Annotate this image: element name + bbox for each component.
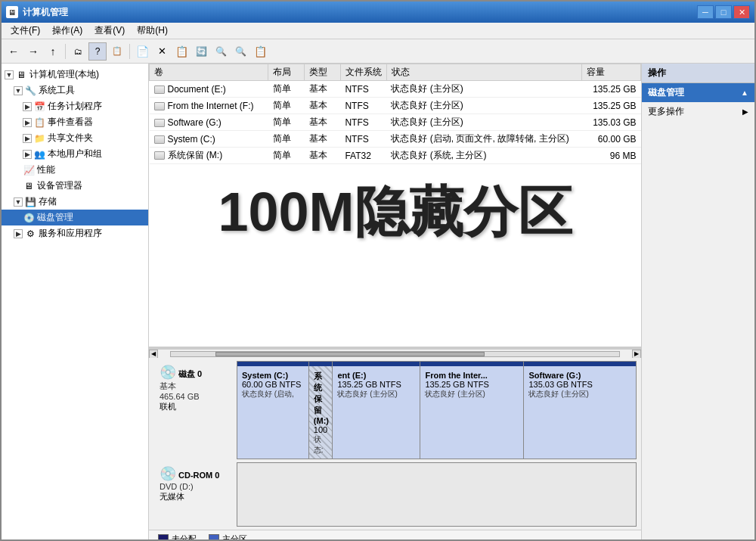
sidebar-root-label: 计算机管理(本地)	[29, 68, 99, 81]
filter-button[interactable]: 🔍	[231, 42, 249, 61]
sidebar-item-device-manager[interactable]: 🖥 设备管理器	[2, 178, 148, 194]
operations-header: 操作	[642, 64, 754, 83]
local-users-toggle[interactable]: ▶	[23, 150, 32, 159]
table-row[interactable]: System (C:) 简单 基本 NTFS 状态良好 (启动, 页面文件, 故…	[150, 131, 641, 148]
system-tools-toggle[interactable]: ▼	[14, 86, 23, 95]
scroll-right-button[interactable]: ▶	[632, 350, 641, 359]
partition-software-g-name: Software (G:)	[528, 371, 631, 380]
partition-document-e[interactable]: ent (E:) 135.25 GB NTFS 状态良好 (主分区)	[333, 362, 420, 459]
sidebar-item-storage[interactable]: ▼ 💾 存储	[2, 194, 148, 210]
help-button[interactable]: ?	[88, 42, 107, 61]
minimize-button[interactable]: ─	[697, 5, 714, 19]
sidebar-item-label: 服务和应用程序	[39, 227, 102, 240]
sidebar-item-disk-management[interactable]: 💿 磁盘管理	[2, 210, 148, 225]
partition-reserved[interactable]: 系统保留 (M:) 100 状态:	[309, 362, 333, 459]
ops-more-arrow: ▶	[742, 107, 748, 116]
table-row[interactable]: Document (E:) 简单 基本 NTFS 状态良好 (主分区) 135.…	[150, 81, 641, 98]
table-row[interactable]: Software (G:) 简单 基本 NTFS 状态良好 (主分区) 135.…	[150, 114, 641, 131]
col-type[interactable]: 类型	[305, 64, 341, 81]
operations-disk-management[interactable]: 磁盘管理 ▲	[642, 83, 754, 102]
scrollbar-thumb[interactable]	[215, 352, 485, 356]
window-icon: 🖥	[6, 6, 18, 18]
partition-internet-f-size: 135.25 GB NTFS	[425, 380, 519, 389]
root-toggle[interactable]: ▼	[5, 70, 14, 79]
sidebar-root[interactable]: ▼ 🖥 计算机管理(本地)	[2, 67, 148, 82]
table-cell-status: 状态良好 (主分区)	[386, 114, 581, 131]
table-cell-fs: FAT32	[340, 148, 386, 164]
sidebar-item-local-users[interactable]: ▶ 👥 本地用户和组	[2, 146, 148, 162]
titlebar: 🖥 计算机管理 ─ □ ✕	[2, 2, 754, 23]
table-cell-type: 基本	[305, 148, 341, 164]
col-size[interactable]: 容量	[581, 64, 640, 81]
table-row[interactable]: 系统保留 (M:) 简单 基本 FAT32 状态良好 (系统, 主分区) 96 …	[150, 148, 641, 164]
operations-panel: 操作 磁盘管理 ▲ 更多操作 ▶	[641, 64, 754, 539]
table-cell-layout: 简单	[268, 148, 305, 164]
view-button[interactable]: 📋	[108, 42, 126, 61]
table-cell-size: 60.00 GB	[581, 131, 640, 148]
menu-view[interactable]: 查看(V)	[88, 23, 131, 39]
export-button[interactable]: 🔍	[212, 42, 230, 61]
table-cell-fs: NTFS	[340, 81, 386, 98]
right-panel: 100M隐藏分区 卷 布局 类型 文件系统 状态 容量	[149, 64, 641, 539]
menu-help[interactable]: 帮助(H)	[131, 23, 174, 39]
partition-document-e-size: 135.25 GB NTFS	[337, 380, 415, 389]
forward-button[interactable]: →	[24, 42, 42, 61]
up-button[interactable]: ↑	[44, 42, 62, 61]
shared-folders-toggle[interactable]: ▶	[23, 134, 32, 143]
col-fs[interactable]: 文件系统	[340, 64, 386, 81]
partition-system-c[interactable]: System (C:) 60.00 GB NTFS 状态良好 (启动,	[237, 362, 309, 459]
menu-file[interactable]: 文件(F)	[5, 23, 46, 39]
extra-button[interactable]: 📋	[251, 42, 269, 61]
system-tools-icon: 🔧	[24, 85, 36, 97]
partition-internet-f[interactable]: From the Inter... 135.25 GB NTFS 状态良好 (主…	[420, 362, 524, 459]
sidebar-item-system-tools[interactable]: ▼ 🔧 系统工具	[2, 82, 148, 98]
sidebar-item-shared-folders[interactable]: ▶ 📁 共享文件夹	[2, 130, 148, 146]
partition-document-e-status: 状态良好 (主分区)	[337, 389, 415, 400]
partition-reserved-status: 状态:	[314, 434, 328, 455]
scrollbar-track[interactable]	[170, 351, 620, 357]
maximize-button[interactable]: □	[715, 5, 732, 19]
cdrom-0-name: 💿 CD-ROM 0	[160, 465, 231, 482]
sidebar-item-event-viewer[interactable]: ▶ 📋 事件查看器	[2, 114, 148, 130]
col-layout[interactable]: 布局	[268, 64, 305, 81]
scroll-left-button[interactable]: ◀	[149, 350, 158, 359]
legend-unallocated-label: 未分配	[172, 533, 197, 539]
horizontal-scrollbar[interactable]: ◀ ▶	[149, 349, 641, 358]
services-toggle[interactable]: ▶	[14, 229, 23, 238]
device-icon: 🖥	[23, 180, 35, 192]
show-hide-tree-button[interactable]: 🗂	[69, 42, 87, 61]
new-button[interactable]: 📄	[133, 42, 151, 61]
col-status[interactable]: 状态	[386, 64, 581, 81]
toolbar-separator-2	[129, 44, 130, 59]
task-icon: 📅	[33, 101, 45, 113]
sidebar-item-performance[interactable]: 📈 性能	[2, 162, 148, 178]
event-viewer-toggle[interactable]: ▶	[23, 118, 32, 127]
sidebar-item-label: 设备管理器	[37, 179, 82, 192]
delete-button[interactable]: ✕	[153, 42, 171, 61]
table-cell-fs: NTFS	[340, 98, 386, 114]
close-button[interactable]: ✕	[733, 5, 750, 19]
main-content: ▼ 🖥 计算机管理(本地) ▼ 🔧 系统工具 ▶ 📅 任务计划程序 ▶ 📋	[2, 64, 754, 539]
back-button[interactable]: ←	[5, 42, 23, 61]
partition-system-c-size: 60.00 GB NTFS	[242, 380, 304, 389]
col-volume[interactable]: 卷	[150, 64, 268, 81]
partition-software-g[interactable]: Software (G:) 135.03 GB NTFS 状态良好 (主分区)	[524, 362, 636, 459]
table-cell-layout: 简单	[268, 131, 305, 148]
table-cell-type: 基本	[305, 131, 341, 148]
sidebar-item-task-scheduler[interactable]: ▶ 📅 任务计划程序	[2, 98, 148, 114]
operations-more[interactable]: 更多操作 ▶	[642, 102, 754, 121]
storage-toggle[interactable]: ▼	[14, 197, 23, 207]
table-cell-name: From the Internet (F:)	[150, 98, 268, 114]
sidebar-item-label: 存储	[39, 195, 57, 208]
properties-button[interactable]: 📋	[172, 42, 191, 61]
menu-action[interactable]: 操作(A)	[46, 23, 88, 39]
refresh-button[interactable]: 🔄	[192, 42, 210, 61]
toolbar: ← → ↑ 🗂 ? 📋 📄 ✕ 📋 🔄 🔍 🔍 📋	[2, 39, 754, 64]
disk-0-type: 基本	[160, 381, 231, 392]
task-scheduler-toggle[interactable]: ▶	[23, 102, 32, 111]
table-cell-name: System (C:)	[150, 131, 268, 148]
partition-system-c-status: 状态良好 (启动,	[242, 389, 304, 400]
table-row[interactable]: From the Internet (F:) 简单 基本 NTFS 状态良好 (…	[150, 98, 641, 114]
disk-0-row: 💿 磁盘 0 基本 465.64 GB 联机 System (C:) 60.00…	[153, 361, 637, 459]
sidebar-item-services[interactable]: ▶ ⚙ 服务和应用程序	[2, 225, 148, 241]
